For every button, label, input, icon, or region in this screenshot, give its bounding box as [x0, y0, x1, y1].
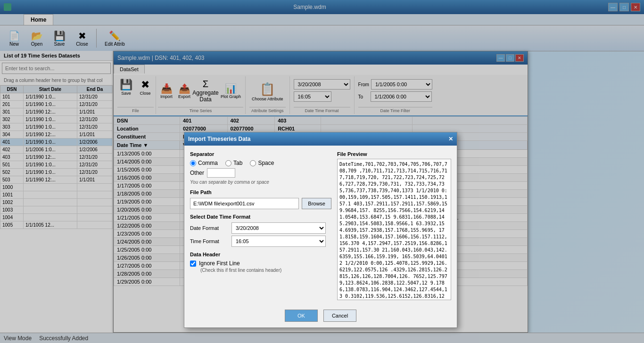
other-separator-input[interactable] [207, 168, 235, 178]
datetime-format-section: Select Date Time Format Date Format 3/20… [190, 214, 331, 247]
ignore-first-line-checkbox[interactable] [190, 261, 196, 267]
dialog-title-bar: Import Timeseries Data ✕ [184, 132, 457, 146]
import-dialog: Import Timeseries Data ✕ Separator Comma [184, 132, 457, 328]
dialog-right-panel: File Preview DateTime,701,702,703,704,70… [337, 151, 451, 300]
filepath-row: Browse [190, 198, 331, 209]
date-format-row: Date Format 3/20/2008 [190, 222, 331, 234]
data-header-section: Data Header Ignore First Line (Check thi… [190, 252, 331, 273]
radio-tab[interactable]: Tab [225, 160, 242, 166]
dialog-close-icon[interactable]: ✕ [448, 136, 453, 142]
dialog-footer: OK Cancel [184, 306, 457, 327]
filepath-input[interactable] [190, 198, 299, 209]
time-format-dialog-select[interactable]: 16:05 [231, 236, 326, 247]
separator-section: Separator Comma Tab Space [190, 151, 331, 185]
dialog-body: Separator Comma Tab Space [184, 146, 457, 306]
file-path-section: File Path Browse [190, 189, 331, 209]
dialog-two-col: Separator Comma Tab Space [190, 151, 451, 300]
radio-comma[interactable]: Comma [190, 160, 218, 166]
file-preview-box[interactable]: DateTime,701,702,703,704,705,706,707,708… [337, 159, 451, 300]
dialog-title-text: Import Timeseries Data [188, 136, 251, 142]
separator-radio-group: Comma Tab Space [190, 160, 331, 166]
time-format-row: Time Format 16:05 [190, 236, 331, 247]
cancel-button[interactable]: Cancel [323, 310, 356, 322]
browse-button[interactable]: Browse [302, 198, 331, 209]
app-container: Sample.wdm — □ ✕ Home 📄 New 📂 Open 💾 Sav… [0, 0, 644, 343]
other-row: Other [190, 168, 331, 178]
ignore-first-line-row: Ignore First Line [190, 260, 331, 267]
dialog-overlay: Import Timeseries Data ✕ Separator Comma [0, 0, 644, 343]
date-format-dialog-select[interactable]: 3/20/2008 [231, 222, 326, 234]
radio-space[interactable]: Space [250, 160, 274, 166]
dialog-left-panel: Separator Comma Tab Space [190, 151, 331, 300]
ok-button[interactable]: OK [285, 310, 318, 322]
